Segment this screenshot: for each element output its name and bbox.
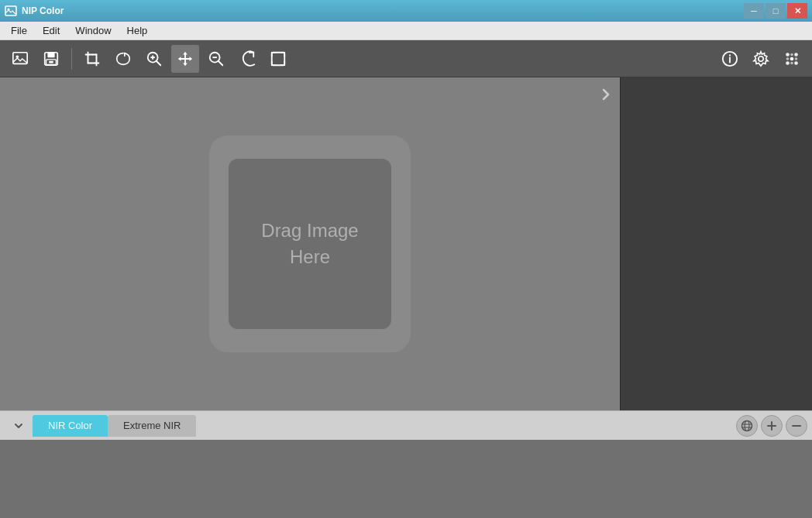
toolbar bbox=[0, 40, 812, 77]
open-image-button[interactable] bbox=[6, 45, 34, 73]
svg-point-21 bbox=[759, 56, 763, 60]
tab-dropdown-button[interactable] bbox=[5, 415, 33, 437]
svg-point-25 bbox=[794, 61, 798, 65]
tab-bar: NIR Color Extreme NIR bbox=[0, 410, 812, 440]
rotate-button[interactable] bbox=[233, 45, 261, 73]
title-left: NIP Color bbox=[5, 5, 64, 17]
title-text: NIP Color bbox=[22, 5, 64, 16]
minimize-button[interactable]: ─ bbox=[744, 3, 764, 19]
crop-button[interactable] bbox=[78, 45, 106, 73]
title-icon bbox=[5, 5, 17, 17]
maximize-button[interactable]: □ bbox=[766, 3, 786, 19]
menu-bar: File Edit Window Help bbox=[0, 22, 812, 40]
menu-help[interactable]: Help bbox=[119, 22, 156, 39]
lasso-button[interactable] bbox=[109, 45, 137, 73]
settings-button[interactable] bbox=[747, 45, 775, 73]
tab-remove-button[interactable] bbox=[786, 415, 807, 437]
svg-rect-17 bbox=[272, 52, 285, 65]
separator-1 bbox=[71, 48, 72, 70]
drag-drop-area[interactable]: Drag Image Here bbox=[209, 136, 411, 352]
fullscreen-button[interactable] bbox=[264, 45, 292, 73]
effects-button[interactable] bbox=[778, 45, 806, 73]
svg-line-13 bbox=[157, 60, 161, 65]
svg-rect-7 bbox=[49, 60, 53, 63]
svg-line-16 bbox=[218, 60, 223, 65]
menu-window[interactable]: Window bbox=[67, 22, 119, 39]
tab-globe-button[interactable] bbox=[736, 415, 758, 437]
tab-extreme-nir[interactable]: Extreme NIR bbox=[108, 415, 196, 437]
drag-inner-frame: Drag Image Here bbox=[229, 159, 391, 329]
svg-point-31 bbox=[742, 420, 752, 431]
panel-toggle-button[interactable] bbox=[598, 84, 614, 105]
svg-point-26 bbox=[790, 53, 793, 56]
tab-add-button[interactable] bbox=[761, 415, 783, 437]
svg-rect-2 bbox=[13, 52, 27, 63]
svg-point-20 bbox=[729, 54, 731, 56]
svg-point-28 bbox=[795, 57, 798, 60]
svg-point-27 bbox=[786, 57, 790, 60]
zoom-in-button[interactable] bbox=[140, 45, 168, 73]
close-button[interactable]: ✕ bbox=[787, 3, 807, 19]
title-bar: NIP Color ─ □ ✕ bbox=[0, 0, 812, 22]
bottom-area bbox=[0, 440, 812, 518]
svg-rect-5 bbox=[47, 52, 54, 57]
svg-rect-0 bbox=[5, 6, 16, 15]
svg-point-32 bbox=[745, 420, 749, 431]
canvas-area[interactable]: Drag Image Here bbox=[0, 77, 620, 410]
tab-nir-color[interactable]: NIR Color bbox=[33, 415, 108, 437]
info-button[interactable] bbox=[716, 45, 744, 73]
right-panel bbox=[620, 77, 812, 410]
svg-point-22 bbox=[786, 53, 790, 57]
svg-point-24 bbox=[786, 61, 790, 65]
tab-right-controls bbox=[736, 415, 807, 437]
svg-rect-8 bbox=[88, 54, 97, 63]
svg-point-29 bbox=[790, 61, 793, 64]
menu-edit[interactable]: Edit bbox=[35, 22, 67, 39]
menu-file[interactable]: File bbox=[3, 22, 35, 39]
move-button[interactable] bbox=[171, 45, 199, 73]
main-area: Drag Image Here bbox=[0, 77, 812, 410]
svg-point-30 bbox=[790, 57, 794, 60]
save-button[interactable] bbox=[37, 45, 65, 73]
svg-point-23 bbox=[794, 53, 798, 57]
title-controls[interactable]: ─ □ ✕ bbox=[744, 3, 807, 19]
zoom-out-button[interactable] bbox=[202, 45, 230, 73]
drag-text: Drag Image Here bbox=[261, 218, 358, 269]
